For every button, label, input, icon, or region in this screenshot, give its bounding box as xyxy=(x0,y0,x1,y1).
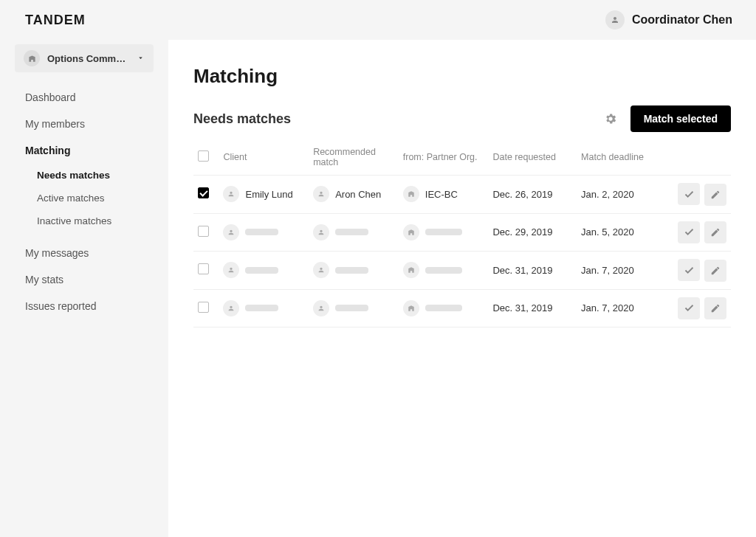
col-deadline: Match deadline xyxy=(577,141,665,176)
nav-matching-sub: Needs matches Active matches Inactive ma… xyxy=(0,164,168,232)
match-deadline: Jan. 7, 2020 xyxy=(577,252,665,290)
person-icon xyxy=(223,224,239,240)
user-avatar-icon xyxy=(605,10,625,30)
gear-icon[interactable] xyxy=(602,111,619,127)
placeholder xyxy=(335,267,368,274)
nav-inactive-matches[interactable]: Inactive matches xyxy=(12,209,168,232)
building-icon xyxy=(403,262,419,278)
person-icon xyxy=(313,262,329,278)
edit-button[interactable] xyxy=(704,297,726,319)
section-title: Needs matches xyxy=(193,111,291,127)
nav-active-matches[interactable]: Active matches xyxy=(12,187,168,209)
pencil-icon xyxy=(710,227,721,238)
person-icon xyxy=(223,300,239,316)
matches-table: Client Recommended match from: Partner O… xyxy=(193,141,731,328)
approve-button[interactable] xyxy=(678,221,700,243)
app-header: TANDEM Coordinator Chen xyxy=(0,0,756,40)
row-checkbox[interactable] xyxy=(198,226,209,237)
section-actions: Match selected xyxy=(602,105,731,132)
pencil-icon xyxy=(710,190,721,200)
col-recommended: Recommended match xyxy=(309,141,399,176)
date-requested: Dec. 26, 2019 xyxy=(488,176,577,214)
sidebar: Options Community... Dashboard My member… xyxy=(0,40,168,537)
nav-dashboard[interactable]: Dashboard xyxy=(0,84,168,111)
col-client: Client xyxy=(219,141,309,176)
check-icon xyxy=(684,189,695,200)
person-icon xyxy=(313,224,329,240)
placeholder xyxy=(335,229,368,235)
nav-my-members[interactable]: My members xyxy=(0,111,168,137)
date-requested: Dec. 31, 2019 xyxy=(488,289,577,328)
nav-matching[interactable]: Matching xyxy=(0,137,168,164)
match-selected-button[interactable]: Match selected xyxy=(630,105,731,132)
edit-button[interactable] xyxy=(704,221,726,243)
approve-button[interactable] xyxy=(678,259,700,281)
nav-my-messages[interactable]: My messages xyxy=(0,240,168,266)
check-icon xyxy=(684,226,695,238)
placeholder xyxy=(425,229,462,235)
client-name: Emily Lund xyxy=(245,189,292,200)
col-from-org: from: Partner Org. xyxy=(399,141,489,176)
row-checkbox[interactable] xyxy=(198,302,209,313)
placeholder xyxy=(245,267,278,274)
table-row: Emily LundAron ChenIEC-BCDec. 26, 2019Ja… xyxy=(193,176,731,214)
person-icon xyxy=(223,186,239,202)
pencil-icon xyxy=(710,303,721,313)
person-icon xyxy=(223,262,239,278)
user-name: Coordinator Chen xyxy=(632,13,732,27)
building-icon xyxy=(403,224,419,240)
user-chip[interactable]: Coordinator Chen xyxy=(605,10,732,30)
page-title: Matching xyxy=(193,65,731,88)
row-checkbox[interactable] xyxy=(198,263,209,274)
chevron-down-icon xyxy=(137,52,145,65)
edit-button[interactable] xyxy=(704,184,726,206)
table-row: Dec. 31, 2019Jan. 7, 2020 xyxy=(193,252,731,290)
check-icon xyxy=(684,302,695,313)
nav-issues-reported[interactable]: Issues reported xyxy=(0,293,168,319)
approve-button[interactable] xyxy=(678,183,700,205)
match-deadline: Jan. 5, 2020 xyxy=(577,213,665,252)
placeholder xyxy=(335,305,368,311)
match-deadline: Jan. 7, 2020 xyxy=(577,289,665,328)
match-deadline: Jan. 2, 2020 xyxy=(577,176,665,214)
table-row: Dec. 29, 2019Jan. 5, 2020 xyxy=(193,213,731,252)
select-all-checkbox[interactable] xyxy=(198,150,209,162)
approve-button[interactable] xyxy=(678,297,700,319)
check-icon xyxy=(684,265,695,276)
nav-my-stats[interactable]: My stats xyxy=(0,266,168,293)
col-date-requested: Date requested xyxy=(488,141,577,176)
building-icon xyxy=(403,300,419,316)
placeholder xyxy=(245,229,278,235)
date-requested: Dec. 29, 2019 xyxy=(488,213,577,252)
logo: TANDEM xyxy=(25,13,86,28)
main-content: Matching Needs matches Match selected Cl… xyxy=(168,40,756,537)
edit-button[interactable] xyxy=(704,260,726,282)
placeholder xyxy=(245,305,278,311)
date-requested: Dec. 31, 2019 xyxy=(488,252,577,290)
org-name: Options Community... xyxy=(47,53,129,64)
person-icon xyxy=(313,300,329,316)
building-icon xyxy=(403,186,419,202)
org-name: IEC-BC xyxy=(425,189,458,200)
building-icon xyxy=(24,50,40,66)
pencil-icon xyxy=(710,266,721,276)
placeholder xyxy=(425,305,462,311)
recommended-name: Aron Chen xyxy=(335,189,381,200)
nav: Dashboard My members Matching Needs matc… xyxy=(0,84,168,319)
table-row: Dec. 31, 2019Jan. 7, 2020 xyxy=(193,289,731,328)
nav-needs-matches[interactable]: Needs matches xyxy=(12,164,168,187)
placeholder xyxy=(425,267,462,274)
org-selector[interactable]: Options Community... xyxy=(15,44,154,72)
section-header: Needs matches Match selected xyxy=(193,105,731,132)
row-checkbox[interactable] xyxy=(198,187,209,198)
person-icon xyxy=(313,186,329,202)
